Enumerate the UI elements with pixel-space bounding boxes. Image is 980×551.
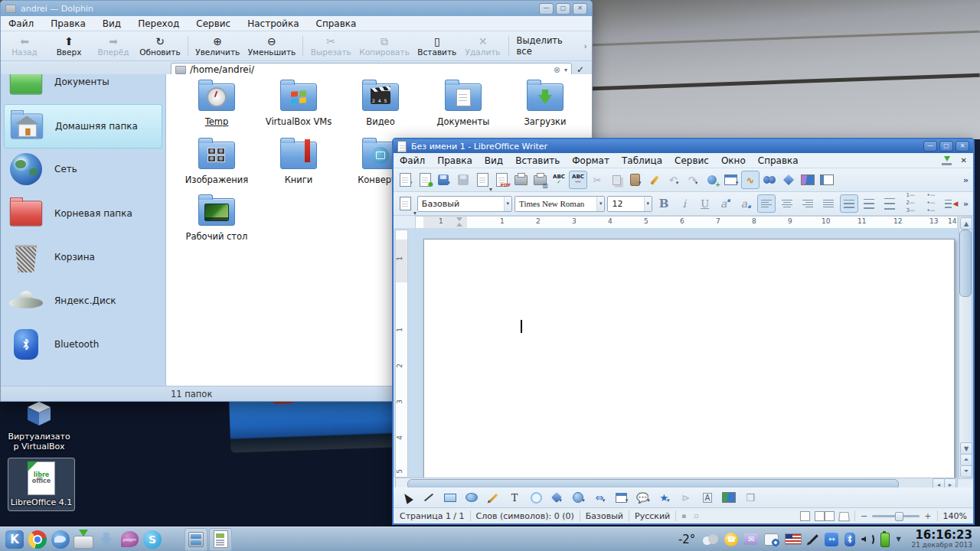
paragraph-style-combo[interactable]: Базовый▾ xyxy=(417,196,512,212)
align-center-button[interactable] xyxy=(778,194,796,213)
spellcheck-button[interactable]: ABC✓ xyxy=(550,171,568,189)
folder-item-temp[interactable]: Temp xyxy=(175,83,259,127)
desktop-icon-libreoffice[interactable]: libreoffice LibreOffice 4.1 xyxy=(8,458,75,511)
scroll-down-icon[interactable]: ▼ xyxy=(960,442,972,455)
font-size-combo[interactable]: 12▾ xyxy=(607,196,652,212)
navigator-button[interactable] xyxy=(779,171,798,189)
dolphin-titlebar[interactable]: andrei — Dolphin — ▢ ✕ xyxy=(1,1,592,16)
task-button-writer[interactable] xyxy=(209,528,232,551)
subscript-button[interactable]: a▪ xyxy=(737,194,755,213)
bullet-list-button[interactable]: •—•—•— xyxy=(922,194,940,213)
zoom-level[interactable]: 140% xyxy=(943,511,967,521)
menu-settings[interactable]: Настройка xyxy=(247,18,299,29)
bold-button[interactable]: B xyxy=(655,194,673,213)
previous-page-icon[interactable]: ⏶ xyxy=(960,454,972,466)
chrome-launcher[interactable] xyxy=(27,529,48,550)
teamviewer-tray-icon[interactable]: ↔ xyxy=(825,533,838,546)
select-all-button[interactable]: Выделить все xyxy=(512,34,584,58)
reload-button[interactable]: ↻ Обновить xyxy=(136,34,185,58)
book-view-icon[interactable] xyxy=(838,512,850,521)
folder-item-documents[interactable]: Документы xyxy=(421,83,505,127)
cut-button[interactable]: ✂ xyxy=(588,171,606,189)
document-page[interactable] xyxy=(423,239,955,479)
paste-button[interactable]: ▾ xyxy=(626,171,645,189)
text-box-tool[interactable]: T xyxy=(505,488,524,507)
scroll-up-icon[interactable]: ▲ xyxy=(960,217,972,230)
task-button-dolphin[interactable] xyxy=(185,528,207,551)
tablet-pen-icon[interactable] xyxy=(808,534,818,543)
rectangle-tool[interactable] xyxy=(441,488,459,507)
menu-edit[interactable]: Правка xyxy=(437,155,472,166)
writer-titlebar[interactable]: Без имени 1 - LibreOffice Writer — ▢ ✕ xyxy=(394,139,973,153)
desktop-icon-virtualbox[interactable]: Виртуализато р VirtualBox xyxy=(6,400,72,452)
justify-button[interactable] xyxy=(819,194,838,213)
line-spacing-1-button[interactable] xyxy=(840,194,858,213)
align-right-button[interactable] xyxy=(799,194,817,213)
indent-marker[interactable] xyxy=(456,217,463,227)
flowchart-menu[interactable]: ▾ xyxy=(612,488,631,507)
kde-menu-button[interactable]: K xyxy=(4,529,25,550)
edit-points-button[interactable]: ⊳ xyxy=(677,488,695,507)
folder-item-pictures[interactable]: Изображения xyxy=(175,142,259,185)
print-button[interactable]: ⚡ xyxy=(511,171,530,189)
close-button[interactable]: ✕ xyxy=(956,141,969,152)
hyperlink-button[interactable]: + xyxy=(703,171,721,189)
redo-button[interactable]: ↷▾ xyxy=(684,171,702,189)
vertical-scrollbar-thumb[interactable] xyxy=(959,230,972,297)
basic-shapes-menu[interactable]: ▾ xyxy=(548,488,567,507)
save-button[interactable]: ▾ xyxy=(435,171,453,189)
place-bluetooth[interactable]: Bluetooth xyxy=(4,323,162,366)
page-style[interactable]: Базовый xyxy=(586,511,623,521)
up-button[interactable]: ⬆ Вверх xyxy=(47,34,91,58)
folder-item-books[interactable]: Книги xyxy=(256,142,341,185)
freeform-line-tool[interactable] xyxy=(484,488,502,507)
next-page-icon[interactable]: ⏷ xyxy=(960,465,972,478)
pidgin-launcher[interactable]: pidgin xyxy=(119,529,140,550)
underline-button[interactable]: U xyxy=(696,194,714,213)
select-arrow-icon[interactable] xyxy=(398,488,416,507)
volume-tray-icon[interactable] xyxy=(861,533,874,546)
data-sources-button[interactable] xyxy=(818,171,836,189)
toolbar-overflow-chevron[interactable]: › xyxy=(584,41,587,51)
cut-button[interactable]: ✂ Вырезать xyxy=(306,34,355,58)
skype-tray-icon[interactable]: ☎ xyxy=(724,533,738,546)
export-pdf-button[interactable]: PDF xyxy=(492,171,511,189)
bluetooth-tray-icon[interactable] xyxy=(844,533,855,546)
selection-mode-icon[interactable]: ▫ xyxy=(694,512,698,520)
menu-format[interactable]: Формат xyxy=(572,155,609,166)
multi-page-view-icon[interactable] xyxy=(815,511,825,521)
battery-tray-icon[interactable] xyxy=(880,533,890,547)
zoom-out-button[interactable]: ⊖ Уменьшить xyxy=(243,34,299,58)
location-dropdown-icon[interactable]: ▾ xyxy=(564,67,567,73)
insert-image-button[interactable] xyxy=(720,488,738,507)
place-trash[interactable]: Корзина xyxy=(4,236,162,279)
italic-button[interactable]: i xyxy=(675,194,694,213)
place-root[interactable]: Корневая папка xyxy=(4,192,162,235)
folder-item-video[interactable]: Видео xyxy=(338,83,423,127)
insert-mode-icon[interactable]: ▪ xyxy=(681,512,686,520)
menu-go[interactable]: Переход xyxy=(138,18,179,29)
folder-item-downloads[interactable]: Загрузки xyxy=(503,83,587,127)
minimize-button[interactable]: — xyxy=(923,141,937,152)
extrusion-toggle[interactable]: ❒ xyxy=(741,488,760,507)
folder-item-desktop[interactable]: Рабочий стол xyxy=(175,198,259,242)
tray-expander-icon[interactable]: ▼ xyxy=(896,536,900,543)
block-arrows-menu[interactable]: ⇔▾ xyxy=(591,488,609,507)
document-area[interactable] xyxy=(394,228,973,478)
menu-table[interactable]: Таблица xyxy=(622,155,662,166)
save-as-button[interactable] xyxy=(454,171,472,189)
thunderbird-launcher[interactable] xyxy=(50,529,71,550)
language-indicator[interactable]: Русский xyxy=(635,511,670,521)
zoom-in-button[interactable]: ⊕ Увеличить xyxy=(191,34,243,58)
mail-tray-icon[interactable]: ✉ xyxy=(744,533,758,545)
close-button[interactable]: ✕ xyxy=(573,3,587,15)
align-left-button[interactable] xyxy=(757,194,776,213)
close-document-icon[interactable]: ✕ xyxy=(961,156,967,165)
menu-window[interactable]: Окно xyxy=(721,155,746,166)
print-preview-button[interactable]: ▥ xyxy=(531,171,549,189)
messages-tray-icon[interactable] xyxy=(764,533,779,546)
zoom-in-icon[interactable]: + xyxy=(924,511,931,521)
menu-view[interactable]: Вид xyxy=(485,155,503,166)
toolbar-overflow-chevron[interactable]: » xyxy=(963,199,970,209)
callouts-menu[interactable]: 💬▾ xyxy=(634,488,652,507)
